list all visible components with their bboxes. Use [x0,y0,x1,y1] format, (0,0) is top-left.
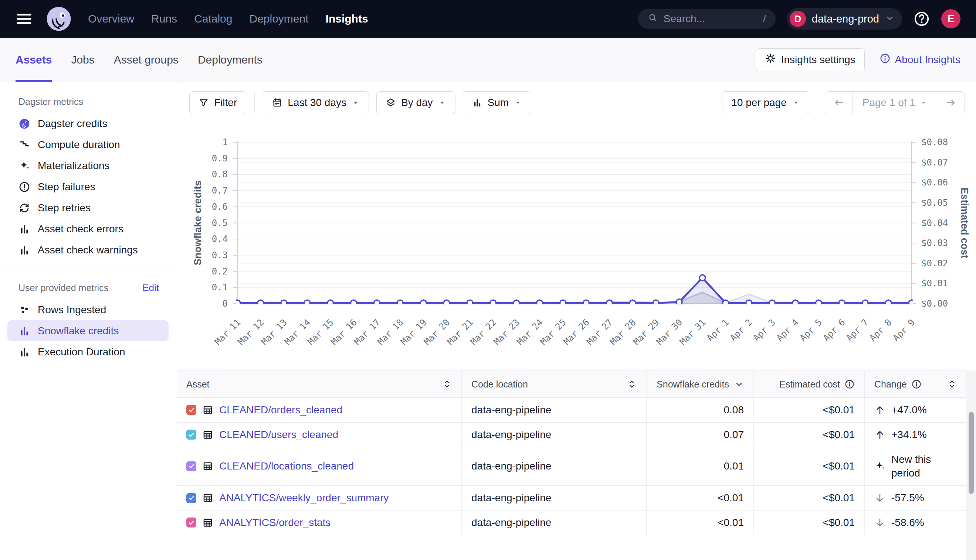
help-button[interactable] [913,10,930,27]
sidebar-item-step-retries[interactable]: Step retries [7,197,169,218]
tab-jobs[interactable]: Jobs [71,38,94,82]
insights-page: OverviewRunsCatalogDeploymentInsights Se… [0,0,976,560]
user-avatar[interactable]: E [941,9,961,28]
asset-link[interactable]: CLEANED/orders_cleaned [219,404,343,416]
sidebar-item-step-failures[interactable]: Step failures [7,176,169,197]
svg-text:Apr 9: Apr 9 [891,317,917,343]
estimated-cost-cell: <$0.01 [754,423,864,447]
svg-text:Mar 15: Mar 15 [306,317,336,347]
asset-cell: ANALYTICS/order_stats [177,510,461,535]
arrow-down-icon [874,517,886,528]
next-page-button[interactable] [937,92,964,114]
prev-page-button[interactable] [825,92,852,114]
sidebar-item-dagster-credits[interactable]: Dagster credits [7,113,169,134]
nav-item-deployment[interactable]: Deployment [249,13,308,25]
asset-link[interactable]: ANALYTICS/weekly_order_summary [219,492,389,504]
column-label: Estimated cost [779,379,840,390]
estimated-cost-cell: <$0.01 [754,510,864,535]
deployment-switcher[interactable]: D data-eng-prod [787,8,902,30]
svg-text:Mar 26: Mar 26 [562,317,592,347]
svg-text:$0.06: $0.06 [921,177,948,188]
page-indicator[interactable]: Page 1 of 1 [852,92,937,114]
code-location-value: data-eng-pipeline [471,492,551,504]
per-page-button[interactable]: 10 per page [722,91,809,114]
column-header-change[interactable]: Change [864,371,966,397]
bars-icon [18,244,30,256]
sidebar-item-materializations[interactable]: Materializations [7,155,169,176]
date-range-button[interactable]: Last 30 days [263,91,369,114]
svg-text:Mar 22: Mar 22 [468,317,498,347]
asset-link[interactable]: CLEANED/users_cleaned [219,429,338,441]
assets-table: AssetCode locationSnowflake creditsEstim… [177,370,966,535]
svg-text:Apr 2: Apr 2 [728,317,754,343]
nav-item-overview[interactable]: Overview [88,13,134,25]
insights-line-chart: 10.90.80.70.60.50.40.30.20.10$0.08$0.07$… [177,126,976,369]
column-header-estimated-cost[interactable]: Estimated cost [754,371,864,397]
tab-assets[interactable]: Assets [15,38,52,82]
edit-metrics-link[interactable]: Edit [142,282,159,294]
column-header-snowflake-credits[interactable]: Snowflake credits [646,371,754,397]
row-checkbox[interactable] [186,462,196,471]
search-input[interactable]: Search... / [638,9,775,29]
sidebar-item-label: Asset check errors [38,223,124,235]
chevron-down-icon [885,13,895,23]
menu-button[interactable] [15,10,33,27]
check-icon [188,431,195,438]
sidebar-item-snowflake-credits[interactable]: Snowflake credits [7,320,169,341]
granularity-button[interactable]: By day [376,91,455,114]
sidebar-item-compute-duration[interactable]: Compute duration [7,134,169,155]
search-shortcut-hint: / [763,13,766,25]
asset-link[interactable]: ANALYTICS/order_stats [219,517,331,528]
nav-item-runs[interactable]: Runs [151,13,177,25]
change-value: +47.0% [891,403,927,417]
dagster-logo[interactable] [45,5,72,33]
toolbar-divider [254,92,255,113]
sidebar-item-label: Rows Ingested [38,304,106,316]
table-scrollbar-thumb[interactable] [969,412,974,494]
tabs: AssetsJobsAsset groupsDeployments [15,38,262,82]
sparkles-icon [18,160,30,172]
svg-text:Snowflake credits: Snowflake credits [192,181,203,266]
table-scrollbar-track[interactable] [966,370,976,560]
filter-button[interactable]: Filter [189,91,246,114]
sidebar-item-label: Materializations [38,160,110,172]
code-location-value: data-eng-pipeline [471,429,551,441]
svg-text:Apr 8: Apr 8 [867,317,894,343]
row-checkbox[interactable] [186,405,196,415]
column-header-code-location[interactable]: Code location [461,371,646,397]
column-label: Asset [186,379,210,390]
chevron-down-icon [734,379,744,389]
tab-asset-groups[interactable]: Asset groups [114,38,179,82]
row-checkbox[interactable] [186,518,196,527]
about-insights-link[interactable]: About Insights [879,53,961,67]
arrow-right-icon [945,97,956,108]
sort-icon [442,379,452,389]
svg-text:Mar 23: Mar 23 [492,317,521,347]
svg-text:Mar 25: Mar 25 [538,317,568,347]
nav-item-catalog[interactable]: Catalog [194,13,232,25]
sidebar-item-execution-duration[interactable]: Execution Duration [7,341,169,362]
nav-item-insights[interactable]: Insights [326,13,368,25]
svg-text:Mar 14: Mar 14 [282,317,313,347]
tab-deployments[interactable]: Deployments [198,38,262,82]
sidebar-item-rows-ingested[interactable]: Rows Ingested [7,299,169,320]
check-icon [188,462,195,470]
caret-down-icon [920,99,927,107]
asset-cell: CLEANED/locations_cleaned [177,447,461,486]
insights-settings-button[interactable]: Insights settings [755,48,865,71]
row-checkbox[interactable] [186,430,196,440]
table-header-row: AssetCode locationSnowflake creditsEstim… [177,370,966,398]
svg-text:$0.03: $0.03 [921,238,948,248]
svg-text:0.8: 0.8 [212,169,228,180]
column-header-asset[interactable]: Asset [177,371,461,397]
svg-text:0.4: 0.4 [212,234,228,244]
sidebar-item-asset-check-warnings[interactable]: Asset check warnings [7,239,169,260]
svg-text:Mar 16: Mar 16 [329,317,359,347]
sidebar-item-asset-check-errors[interactable]: Asset check errors [7,218,169,239]
aggregation-button[interactable]: Sum [463,91,531,114]
row-checkbox[interactable] [186,493,196,503]
asset-link[interactable]: CLEANED/locations_cleaned [219,460,354,472]
caret-down-icon [792,98,800,107]
sidebar-section-header: Dagster metrics [0,93,176,110]
svg-text:$0.04: $0.04 [921,218,948,228]
